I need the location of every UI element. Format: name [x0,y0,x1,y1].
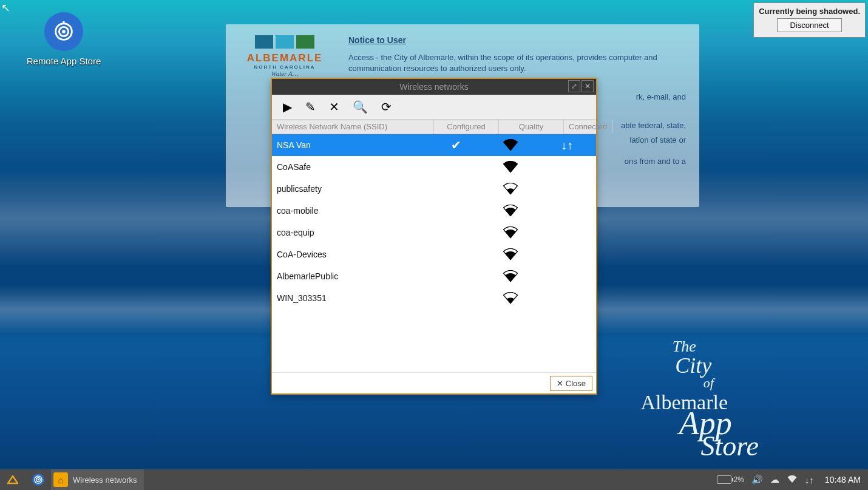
network-quality [483,248,538,260]
network-row[interactable]: NSA Van✔↓↑ [272,134,596,156]
network-row[interactable]: coa-mobile [272,200,596,222]
search-icon[interactable]: 🔍 [353,100,368,114]
mouse-cursor: ↖ [1,1,10,15]
wifi-signal-icon [503,270,518,282]
logo-flag-icon [276,35,294,49]
maximize-icon[interactable]: ⤢ [568,80,580,92]
play-icon[interactable]: ▶ [283,100,292,114]
network-ssid: coa-mobile [272,206,429,216]
wifi-signal-icon [503,292,518,304]
network-ssid: NSA Van [272,140,429,150]
network-row[interactable]: CoASafe [272,156,596,178]
city-line: of [659,376,759,390]
network-row[interactable]: AlbemarlePublic [272,265,596,287]
window-footer: ✕ Close [272,372,596,393]
logo-flag-icon [255,35,273,49]
taskbar-app-store-icon[interactable] [25,469,51,490]
wifi-icon[interactable] [787,475,798,485]
battery-indicator[interactable]: 2% [717,475,744,484]
logo-flag-icon [296,35,314,49]
column-header-quality[interactable]: Quality [499,120,564,134]
wireless-networks-window: Wireless networks ⤢ ✕ ▶ ✎ ✕ 🔍 ⟳ Wireless… [271,78,597,395]
network-row[interactable]: CoA-Devices [272,243,596,265]
network-ssid: WIN_303351 [272,293,429,303]
network-ssid: CoASafe [272,162,429,172]
network-ssid: CoA-Devices [272,250,429,259]
network-quality [483,292,538,304]
network-row[interactable]: WIN_303351 [272,287,596,309]
notice-paragraph: Access - the City of Albemarle, within t… [348,52,686,73]
network-quality [483,161,538,173]
delete-icon[interactable]: ✕ [329,100,339,114]
window-titlebar[interactable]: Wireless networks ⤢ ✕ [272,79,596,95]
wifi-signal-icon [503,226,518,239]
wifi-signal-icon [503,139,518,151]
network-row[interactable]: coa-equip [272,222,596,243]
battery-icon [717,475,731,484]
close-icon[interactable]: ✕ [581,80,594,92]
network-quality [483,226,538,239]
network-row[interactable]: publicsafety [272,178,596,200]
refresh-icon[interactable]: ⟳ [381,100,392,114]
network-quality [483,139,538,151]
wifi-signal-icon [503,183,518,195]
network-activity-icon[interactable]: ↓↑ [805,475,814,485]
wireless-task-icon: ⌂ [53,472,68,487]
wifi-signal-icon [503,205,518,217]
desktop-icon-remote-app-store[interactable]: Remote App Store [18,12,109,66]
city-branding: The City of Albemarle App Store [610,339,759,460]
system-tray: 2% 🔊 ☁ ↓↑ 10:48 AM [717,474,869,485]
column-header-configured[interactable]: Configured [434,120,499,134]
taskbar-item-wireless[interactable]: ⌂ Wireless networks [51,469,144,490]
taskbar-item-label: Wireless networks [73,475,137,485]
close-button[interactable]: ✕ Close [550,376,592,391]
city-line: City [628,355,759,376]
city-line: Store [701,432,759,460]
cloud-icon[interactable]: ☁ [770,474,779,485]
network-ssid: AlbemarlePublic [272,271,429,281]
network-ssid: publicsafety [272,184,429,194]
window-title: Wireless networks [272,82,596,92]
column-header-connected[interactable]: Connected [564,120,612,134]
network-quality [483,205,538,217]
network-configured: ✔ [429,138,483,152]
desktop: ↖ Remote App Store Currently being shado… [0,0,868,490]
shadow-text: Currently being shadowed. [759,7,860,16]
logo-script: Water A… [239,70,330,77]
network-ssid: coa-equip [272,228,429,237]
column-header-ssid[interactable]: Wireless Network Name (SSID) [272,120,434,134]
taskbar: ⌂ Wireless networks 2% 🔊 ☁ ↓↑ 10:48 AM [0,469,868,490]
wifi-signal-icon [503,248,518,260]
shadow-banner: Currently being shadowed. Disconnect [753,2,866,38]
toolbar: ▶ ✎ ✕ 🔍 ⟳ [272,95,596,119]
edit-icon[interactable]: ✎ [305,100,316,114]
battery-percentage: 2% [734,475,744,484]
disconnect-button[interactable]: Disconnect [777,18,841,32]
desktop-icon-label: Remote App Store [18,56,109,66]
start-button[interactable] [0,469,25,490]
network-connected: ↓↑ [538,138,596,152]
notice-logo: ALBEMARLE NORTH CAROLINA Water A… [239,35,330,77]
network-list: NSA Van✔↓↑CoASafepublicsafetycoa-mobilec… [272,134,596,372]
wifi-signal-icon [503,161,518,173]
clock[interactable]: 10:48 AM [825,475,861,485]
network-quality [483,270,538,282]
logo-wordmark: ALBEMARLE [239,52,330,64]
svg-point-6 [38,479,39,480]
logo-subtext: NORTH CAROLINA [239,64,330,70]
notice-title: Notice to User [348,35,686,45]
table-header: Wireless Network Name (SSID) Configured … [272,119,596,134]
city-line: The [610,339,759,355]
app-store-icon [44,12,83,51]
svg-point-2 [62,30,66,33]
volume-icon[interactable]: 🔊 [751,474,763,485]
network-quality [483,183,538,195]
